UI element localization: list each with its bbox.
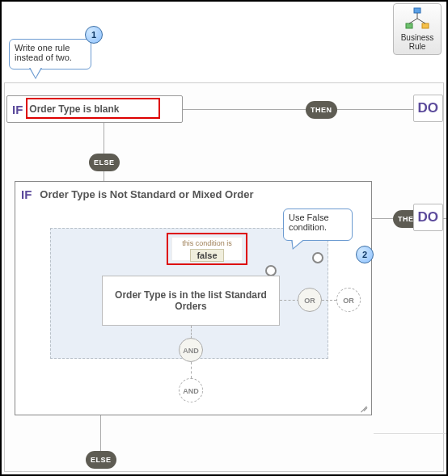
connector-line: [100, 415, 101, 451]
highlight-box-2: [167, 233, 247, 265]
or-node-inner[interactable]: OR: [298, 288, 322, 312]
business-rule-button[interactable]: Business Rule: [393, 3, 442, 55]
svg-rect-1: [406, 23, 412, 28]
if-label: IF: [12, 103, 23, 116]
connector-line: [374, 433, 446, 434]
radio-node[interactable]: [265, 265, 277, 276]
callout-1-tail: [29, 68, 42, 79]
then-pill-1: THEN: [306, 101, 337, 119]
svg-rect-0: [414, 8, 421, 13]
else-pill-2: ELSE: [86, 451, 116, 469]
do-box-1[interactable]: DO: [413, 95, 444, 122]
diagram-canvas: Business Rule Write one rule instead of …: [0, 0, 448, 476]
inner-condition-text: Order Type is in the list Standard Order…: [114, 289, 268, 312]
connector-dashed: [191, 362, 192, 378]
and-node-1[interactable]: AND: [179, 338, 203, 362]
flowchart-icon: [394, 7, 441, 32]
callout-badge-2: 2: [356, 246, 374, 263]
connector-dashed: [191, 326, 192, 339]
highlight-box-1: [26, 98, 160, 119]
svg-rect-2: [422, 23, 429, 28]
do-label-2: DO: [418, 209, 439, 225]
and-node-2[interactable]: AND: [179, 378, 203, 402]
connector-dashed: [280, 300, 299, 301]
svg-line-5: [417, 19, 425, 23]
do-box-2[interactable]: DO: [413, 204, 444, 231]
callout-2-text: Use False condition.: [289, 213, 329, 232]
do-label-1: DO: [418, 100, 439, 116]
if-condition-2: Order Type is Not Standard or Mixed Orde…: [40, 188, 253, 200]
callout-2: Use False condition.: [283, 209, 353, 241]
else-pill-1: ELSE: [89, 154, 120, 171]
connector-line: [104, 123, 104, 181]
business-rule-label: Business Rule: [394, 33, 441, 51]
svg-line-4: [409, 19, 417, 23]
if-label-2: IF: [21, 187, 32, 201]
radio-node[interactable]: [312, 252, 323, 263]
resize-handle-icon[interactable]: [358, 402, 368, 411]
callout-1: Write one rule instead of two.: [9, 39, 91, 70]
inner-condition-card[interactable]: Order Type is in the list Standard Order…: [102, 276, 280, 326]
or-node-outer[interactable]: OR: [336, 288, 361, 312]
connector-dashed: [322, 300, 336, 301]
if-head-2: IF Order Type is Not Standard or Mixed O…: [21, 187, 254, 201]
callout-1-text: Write one rule instead of two.: [15, 43, 72, 62]
callout-badge-1: 1: [85, 26, 103, 44]
